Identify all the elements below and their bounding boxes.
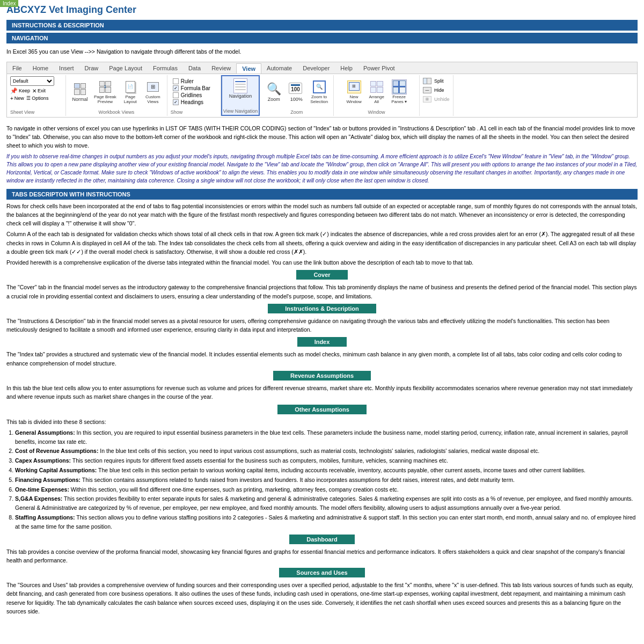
dashboard-tab-block: Dashboard This tab provides a concise ov… xyxy=(6,535,638,565)
other-section-1: General Assumptions: In this section, yo… xyxy=(15,428,638,447)
new-button[interactable]: + New xyxy=(10,96,24,101)
revenue-tab-text: In this tab the blue text cells allow yo… xyxy=(6,384,638,401)
other-section-7: S,G&A Expenses: This section provides fl… xyxy=(15,494,638,513)
tabs-intro2: Column A of the each tab is designated f… xyxy=(6,230,638,256)
page-layout-button[interactable]: 📄 PageLayout xyxy=(120,78,141,105)
formula-bar-label: Formula Bar xyxy=(181,85,210,91)
other-tab-block: Other Assumptions This tab is divided in… xyxy=(6,405,638,531)
zoom-button[interactable]: 🔍 Zoom xyxy=(263,80,284,103)
ribbon-tab-data[interactable]: Data xyxy=(183,63,206,74)
freeze-panes-button[interactable]: FreezePanes ▾ xyxy=(389,78,410,105)
headings-checkbox-box[interactable]: ✓ xyxy=(173,99,179,105)
index-tab-text: The "Index tab" provides a structured an… xyxy=(6,350,638,368)
ribbon-tab-formulas[interactable]: Formulas xyxy=(148,63,183,74)
sources-tab-block: Sources and Uses The "Sources and Uses" … xyxy=(6,568,638,616)
window-buttons: ⊞ NewWindow ArrangeAll xyxy=(343,76,410,107)
cover-tab-text: The "Cover" tab in the financial model s… xyxy=(6,283,638,301)
instructions-tab-text: The "Instructions & Description" tab in … xyxy=(6,317,638,334)
zoom-to-selection-button[interactable]: 🔍 Zoom toSelection xyxy=(308,78,330,105)
normal-view-button[interactable]: Normal xyxy=(69,80,91,103)
window-label: Window xyxy=(368,107,385,115)
gridlines-checkbox-box[interactable] xyxy=(173,92,179,98)
show-group: Ruler ✓ Formula Bar Gridlines ✓ Headings… xyxy=(167,75,221,116)
cover-tab-label[interactable]: Cover xyxy=(296,270,347,280)
unhide-button[interactable]: ⊞ Unhide xyxy=(423,96,450,103)
navigation-section-header: NAVIGATION xyxy=(6,33,638,43)
freeze-panes-icon xyxy=(392,79,407,94)
headings-label: Headings xyxy=(181,99,203,105)
nav-italic-text: If you wish to observe real-time changes… xyxy=(6,152,638,185)
navigation-group: Navigation View Navigation xyxy=(221,75,260,116)
split-group: Split — Hide ⊞ Unhide xyxy=(420,75,453,116)
split-button[interactable]: Split xyxy=(423,77,444,85)
other-tab-label[interactable]: Other Assumptions xyxy=(277,405,367,414)
options-button[interactable]: ☰ Options xyxy=(26,96,49,101)
ruler-label: Ruler xyxy=(181,78,194,84)
window-group: ⊞ NewWindow ArrangeAll xyxy=(334,75,420,116)
ribbon-tab-power-pivot[interactable]: Power Pivot xyxy=(358,63,400,74)
arrange-all-button[interactable]: ArrangeAll xyxy=(366,78,387,105)
ribbon-body: Default 📌 Keep ✕ Exit + New ☰ Options xyxy=(7,74,637,117)
hide-button[interactable]: — Hide xyxy=(423,86,444,94)
tabs-intro3: Provided herewith is a comprehensive exp… xyxy=(6,258,638,267)
ribbon-tabs: File Home Insert Draw Page Layout Formul… xyxy=(7,62,637,74)
zoom-label: Zoom xyxy=(290,107,303,115)
keep-button[interactable]: 📌 Keep xyxy=(10,87,30,94)
sheet-view-label: Sheet View xyxy=(10,107,34,115)
other-tab-intro: This tab is divided into these 8 section… xyxy=(6,418,638,426)
other-section-6: One-time Expenses: Within this section, … xyxy=(15,485,638,494)
page-break-preview-button[interactable]: 1 Page BreakPreview xyxy=(92,78,119,105)
ribbon-tab-help[interactable]: Help xyxy=(335,63,358,74)
tabs-intro1: Rows for check cells have been incorpora… xyxy=(6,202,638,228)
tabs-section-header: TABS DESCRIPTON WITH INSTRUCTIONS xyxy=(6,189,638,200)
workbook-views-buttons: Normal 1 Page BreakPreview xyxy=(69,76,164,107)
navigation-group-label: View Navigation xyxy=(223,106,258,114)
headings-checkbox[interactable]: ✓ Headings xyxy=(173,99,210,105)
other-tab-sections-list: General Assumptions: In this section, yo… xyxy=(6,428,638,531)
dashboard-tab-text: This tab provides a concise overview of … xyxy=(6,547,638,565)
ribbon-tab-automate[interactable]: Automate xyxy=(261,63,297,74)
nav-body-text: To navigate in other versions of excel y… xyxy=(6,124,638,150)
exit-button[interactable]: ✕ Exit xyxy=(32,88,46,94)
other-section-5: Financing Assumptions: This section cont… xyxy=(15,475,638,485)
page-title: ABCXYZ Vet Imaging Center xyxy=(0,0,644,18)
sheet-view-group: Default 📌 Keep ✕ Exit + New ☰ Options xyxy=(7,75,66,116)
index-tab-block: Index The "Index tab" provides a structu… xyxy=(6,337,638,368)
workbook-views-group: Normal 1 Page BreakPreview xyxy=(66,75,167,116)
revenue-tab-block: Revenue Assumptions In this tab the blue… xyxy=(6,371,638,401)
revenue-tab-label[interactable]: Revenue Assumptions xyxy=(273,371,371,380)
ribbon-tab-view[interactable]: View xyxy=(236,63,261,74)
cover-tab-block: Cover The "Cover" tab in the financial m… xyxy=(6,270,638,301)
ribbon-tab-review[interactable]: Review xyxy=(206,63,236,74)
index-tab-label[interactable]: Index xyxy=(297,337,347,347)
sources-tab-text: The "Sources and Uses" tab provides a co… xyxy=(6,581,638,616)
ribbon-tab-insert[interactable]: Insert xyxy=(54,63,79,74)
ruler-checkbox-box[interactable] xyxy=(173,78,179,84)
formula-bar-checkbox-box[interactable]: ✓ xyxy=(173,85,179,91)
sources-tab-label[interactable]: Sources and Uses xyxy=(279,568,364,577)
custom-views-button[interactable]: ⊞ CustomViews xyxy=(142,78,164,105)
navigation-text: In Excel 365 you can use View -->> Navig… xyxy=(0,46,644,60)
formula-bar-checkbox[interactable]: ✓ Formula Bar xyxy=(173,85,210,91)
ribbon-tab-home[interactable]: Home xyxy=(27,63,54,74)
ribbon-tab-draw[interactable]: Draw xyxy=(79,63,104,74)
other-section-3: Capex Assumptions: This section requires… xyxy=(15,456,638,465)
zoom-buttons: 🔍 Zoom 100 100% xyxy=(263,76,330,107)
dashboard-tab-label[interactable]: Dashboard xyxy=(289,535,354,544)
ribbon-tab-page-layout[interactable]: Page Layout xyxy=(104,63,148,74)
show-label: Show xyxy=(171,107,183,115)
instructions-tab-block: Instructions & Description The "Instruct… xyxy=(6,304,638,334)
navigation-button[interactable]: Navigation xyxy=(227,77,254,100)
ribbon-tab-file[interactable]: File xyxy=(7,63,27,74)
content-area: To navigate in other versions of excel y… xyxy=(0,120,644,621)
sheet-view-dropdown[interactable]: Default xyxy=(10,76,54,86)
show-checkboxes: Ruler ✓ Formula Bar Gridlines ✓ Headings xyxy=(171,76,213,107)
zoom-100-button[interactable]: 100 100% xyxy=(286,80,307,103)
new-window-button[interactable]: ⊞ NewWindow xyxy=(343,78,365,105)
ruler-checkbox[interactable]: Ruler xyxy=(173,78,210,84)
gridlines-checkbox[interactable]: Gridlines xyxy=(173,92,210,98)
instructions-tab-label[interactable]: Instructions & Description xyxy=(268,304,376,313)
index-badge: Index xyxy=(0,0,18,7)
ribbon-tab-developer[interactable]: Developer xyxy=(297,63,335,74)
workbook-views-label: Workbook Views xyxy=(99,107,135,115)
